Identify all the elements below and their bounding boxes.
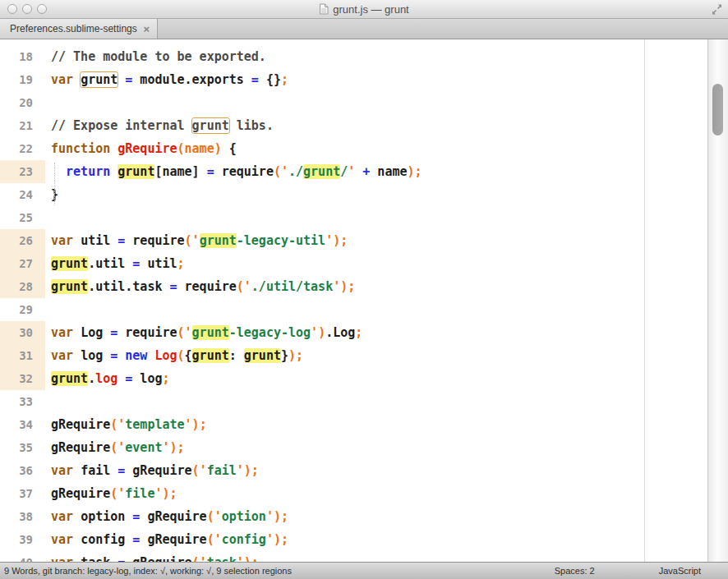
code-token: var (51, 463, 81, 478)
code-text[interactable]: grunt.util = util; (45, 252, 185, 275)
code-line-31: 31var log = new Log({grunt: grunt}); (0, 344, 707, 367)
code-text[interactable]: gRequire('file'); (45, 482, 177, 505)
scrollbar-thumb[interactable] (712, 84, 723, 136)
code-token: ) (244, 555, 251, 562)
minimize-window-button[interactable] (22, 4, 32, 14)
code-text[interactable]: var Log = require('grunt-legacy-log').Lo… (45, 321, 362, 344)
code-text[interactable]: var option = gRequire('option'); (45, 505, 288, 528)
code-text[interactable] (45, 91, 51, 114)
code-token: name (370, 164, 407, 179)
traffic-lights (7, 4, 47, 14)
code-token: = (117, 555, 125, 562)
code-token: // The module to be exported. (51, 49, 266, 64)
code-token: require (214, 164, 274, 179)
code-line-37: 37gRequire('file'); (0, 482, 707, 505)
code-token: {} (259, 72, 281, 87)
code-token: gRequire (51, 486, 110, 501)
code-token: = (125, 72, 132, 87)
status-info: 9 Words, git branch: legacy-log, index: … (0, 566, 555, 576)
code-token: = (125, 371, 132, 386)
code-token: ; (415, 164, 422, 179)
line-number: 23 (0, 160, 45, 183)
code-text[interactable]: function gRequire(name) { (45, 137, 237, 160)
code-token: new (125, 348, 147, 363)
line-number: 37 (0, 482, 45, 505)
code-text[interactable]: gRequire('template'); (45, 413, 207, 436)
line-number: 21 (0, 114, 45, 137)
code-token: gRequire (51, 417, 110, 432)
code-token: ) (340, 279, 348, 294)
code-token (355, 164, 362, 179)
code-line-21: 21// Expose internal grunt libs. (0, 114, 707, 137)
code-text[interactable]: gRequire('event'); (45, 436, 185, 459)
selected-occurrence: grunt (51, 279, 88, 294)
fullscreen-resize-icon[interactable] (711, 3, 723, 16)
code-token: ' (185, 325, 192, 340)
code-token: ( (207, 532, 214, 547)
close-window-button[interactable] (7, 4, 17, 14)
code-text[interactable]: grunt.util.task = require('./util/task')… (45, 275, 355, 298)
code-text[interactable]: // The module to be exported. (45, 45, 266, 68)
line-number: 26 (0, 229, 45, 252)
code-text[interactable]: var log = new Log({grunt: grunt}); (45, 344, 303, 367)
code-token: option (222, 509, 266, 524)
code-token: ' (333, 279, 340, 294)
code-token: ; (296, 348, 303, 363)
code-text[interactable]: var util = require('grunt-legacy-util'); (45, 229, 348, 252)
code-text[interactable]: var fail = gRequire('fail'); (45, 459, 259, 482)
tab-preferences-sublime-settings[interactable]: Preferences.sublime-settings × (0, 19, 158, 39)
code-token: require (125, 233, 184, 248)
code-text[interactable]: return grunt[name] = require('./grunt/' … (45, 160, 422, 183)
code-text[interactable]: var config = gRequire('config'); (45, 528, 288, 551)
window-title: grunt.js — grunt (333, 3, 409, 16)
line-number: 22 (0, 137, 45, 160)
code-token: = (170, 279, 177, 294)
code-token: } (281, 348, 288, 363)
code-token: = (110, 325, 117, 340)
code-token: ' (266, 532, 274, 547)
line-number: 25 (0, 206, 45, 229)
code-editor[interactable]: 18// The module to be exported.19var gru… (0, 39, 728, 562)
indentation-setting[interactable]: Spaces: 2 (555, 566, 595, 576)
code-token: var (51, 233, 81, 248)
code-token: ; (177, 256, 185, 271)
code-token: ; (355, 325, 362, 340)
code-token: ( (110, 440, 117, 455)
code-text[interactable]: var grunt = module.exports = {}; (45, 68, 288, 91)
code-text[interactable]: } (45, 183, 58, 206)
code-token: ) (318, 325, 325, 340)
line-number: 28 (0, 275, 45, 298)
code-text[interactable] (45, 390, 51, 413)
code-token: gRequire (140, 532, 206, 547)
syntax-setting[interactable]: JavaScript (659, 566, 701, 576)
code-text[interactable]: grunt.log = log; (45, 367, 170, 390)
selected-occurrence: grunt (192, 348, 229, 363)
code-token: var (51, 532, 81, 547)
selected-occurrence: grunt (192, 325, 229, 340)
selected-occurrence: grunt (303, 164, 340, 179)
code-token: ( (185, 233, 192, 248)
code-text[interactable] (45, 298, 51, 321)
code-token: = (117, 463, 125, 478)
code-text[interactable]: // Expose internal grunt libs. (45, 114, 274, 137)
code-line-33: 33 (0, 390, 707, 413)
line-number: 40 (0, 551, 45, 562)
window-title-group: grunt.js — grunt (319, 3, 409, 16)
code-token: ( (110, 417, 117, 432)
code-token: Log (81, 325, 110, 340)
tab-close-icon[interactable]: × (143, 24, 150, 34)
code-text[interactable] (45, 206, 51, 229)
code-text[interactable]: var task = gRequire('task'); (45, 551, 259, 562)
code-token: [name] (154, 164, 206, 179)
code-line-24: 24} (0, 183, 707, 206)
line-number: 38 (0, 505, 45, 528)
code-token: var (51, 509, 81, 524)
code-token: return (66, 164, 110, 179)
code-token: .util (88, 256, 132, 271)
zoom-window-button[interactable] (37, 4, 47, 14)
vertical-scrollbar[interactable] (707, 39, 728, 562)
code-token: ) (288, 348, 296, 363)
code-token: ' (192, 233, 200, 248)
code-token: util (140, 256, 177, 271)
code-line-38: 38var option = gRequire('option'); (0, 505, 707, 528)
